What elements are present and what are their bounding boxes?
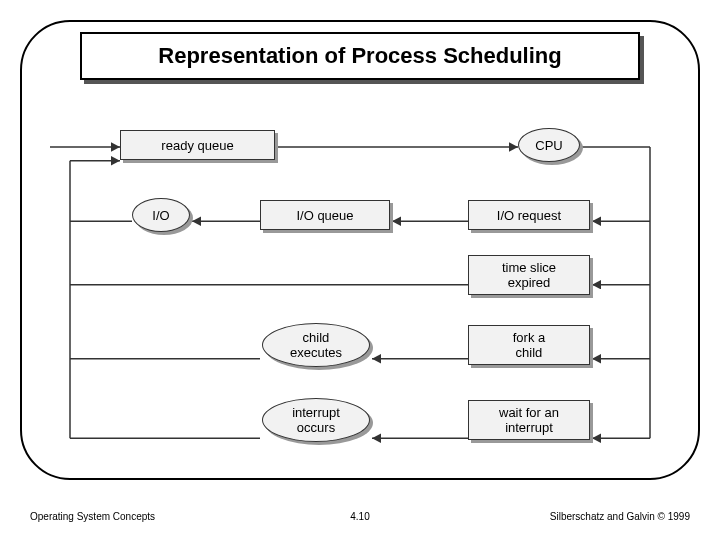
- node-io-request: I/O request: [468, 200, 590, 230]
- node-cpu: CPU: [518, 128, 580, 162]
- label: I/O request: [497, 208, 561, 223]
- label: fork a child: [513, 330, 546, 360]
- footer-center: 4.10: [350, 511, 369, 522]
- label: CPU: [535, 138, 562, 153]
- title-text: Representation of Process Scheduling: [158, 43, 561, 69]
- node-fork-child: fork a child: [468, 325, 590, 365]
- node-ready-queue: ready queue: [120, 130, 275, 160]
- node-child-executes: child executes: [262, 323, 370, 367]
- label: child executes: [290, 330, 342, 360]
- label: wait for an interrupt: [499, 405, 559, 435]
- node-interrupt-occurs: interrupt occurs: [262, 398, 370, 442]
- node-io: I/O: [132, 198, 190, 232]
- diagram-area: ready queue CPU I/O I/O queue I/O reques…: [50, 110, 670, 470]
- label: interrupt occurs: [292, 405, 340, 435]
- slide-title: Representation of Process Scheduling: [80, 32, 640, 80]
- footer-right: Silberschatz and Galvin © 1999: [550, 511, 690, 522]
- label: I/O: [152, 208, 169, 223]
- node-wait-interrupt: wait for an interrupt: [468, 400, 590, 440]
- footer: Operating System Concepts 4.10 Silbersch…: [30, 511, 690, 522]
- node-io-queue: I/O queue: [260, 200, 390, 230]
- label: I/O queue: [296, 208, 353, 223]
- node-time-slice: time slice expired: [468, 255, 590, 295]
- label: time slice expired: [502, 260, 556, 290]
- footer-left: Operating System Concepts: [30, 511, 155, 522]
- label: ready queue: [161, 138, 233, 153]
